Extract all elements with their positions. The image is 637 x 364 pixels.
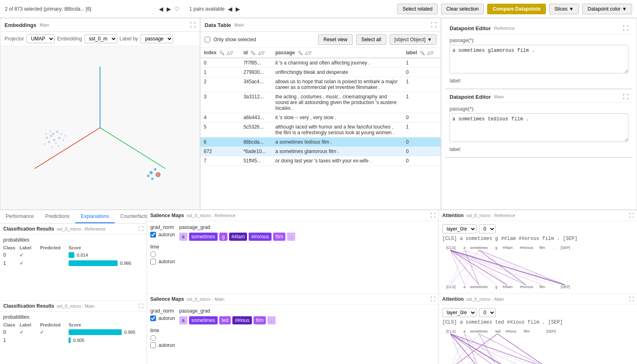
- dp-reference-passage-textarea[interactable]: a sometimes glamorous film .: [450, 45, 628, 73]
- datapoint-color-button[interactable]: Datapoint color ▼: [582, 4, 632, 14]
- svg-text:##lam: ##lam: [503, 246, 513, 250]
- cell-index: 6: [200, 138, 240, 147]
- attention-main-expand[interactable]: ⛶: [629, 296, 634, 302]
- slices-button[interactable]: Slices ▼: [549, 4, 579, 14]
- cell-passage: it 's slow -- very , very slow .: [272, 113, 403, 122]
- sal-main-autorun2-checkbox[interactable]: [150, 342, 156, 348]
- cell-id: a6b443...: [240, 113, 272, 122]
- prob-bar-0-ref: [69, 252, 74, 258]
- classif-main-subtitle: sst_0_micro - Main: [57, 304, 95, 309]
- prob-bar-1-main: [69, 337, 71, 343]
- attention-main-layer-select: layer_0/e 0: [442, 308, 634, 317]
- topbar: 2 of 873 selected (primary: 88bcda... [6…: [0, 0, 637, 18]
- svg-point-21: [147, 175, 149, 177]
- table-row[interactable]: 6 88bcda... a sometimes tedious film . 0: [200, 138, 441, 147]
- nav-forward-icon[interactable]: ▶: [167, 6, 171, 12]
- favorite-icon[interactable]: ♡: [174, 6, 180, 12]
- table-row[interactable]: 0 7f7f85... it 's a charming and often a…: [200, 58, 441, 68]
- only-show-selected-checkbox[interactable]: [205, 37, 210, 42]
- attention-main-subtitle: sst_0_micro - Main: [466, 297, 504, 302]
- dp-editor-main-expand[interactable]: ⛶: [623, 93, 628, 100]
- embeddings-header: Embeddings Main ⛶: [0, 18, 200, 32]
- embedding-select[interactable]: sst_0_m: [85, 34, 117, 43]
- table-row[interactable]: 3 3a3112... the acting , costumes , musi…: [200, 92, 441, 113]
- selection-status: 2 of 873 selected (primary: 88bcda... [6…: [5, 6, 156, 12]
- col-id[interactable]: id 🔍 △▽: [240, 48, 272, 58]
- col-passage[interactable]: passage 🔍 △▽: [272, 48, 403, 58]
- svg-point-17: [65, 135, 66, 137]
- only-show-selected-label[interactable]: Only show selected: [214, 37, 256, 42]
- table-row[interactable]: 872 *6ade10... a sometimes glamorous fil…: [200, 147, 441, 156]
- sal-main-lime-radio[interactable]: [150, 335, 156, 341]
- datatable-panel: Data Table Main ⛶ Only show selected Res…: [200, 18, 441, 210]
- col-class-ref: Class: [3, 245, 20, 250]
- label-by-select[interactable]: passage: [140, 34, 173, 43]
- token-main-5: .: [267, 316, 276, 324]
- pairs-nav-icon[interactable]: ◀: [228, 6, 232, 12]
- tab-predictions[interactable]: Predictions: [40, 210, 75, 223]
- col-index[interactable]: index 🔍 △▽: [200, 48, 240, 58]
- attention-reference-viz: [CLS] a sometimes g ##lam ##orous film .…: [442, 244, 634, 290]
- columns-button[interactable]: [object Object] ▼: [390, 34, 437, 45]
- dp-main-passage-textarea[interactable]: a sometimes tedious film .: [450, 113, 628, 142]
- table-row[interactable]: 1 279930... unflinchingly bleak and desp…: [200, 68, 441, 77]
- classif-reference-prob-title: probabilities: [3, 237, 143, 243]
- salience-reference-header: Salience Maps sst_0_micro - Reference ⛶: [147, 210, 439, 221]
- svg-point-7: [58, 137, 60, 139]
- select-all-button[interactable]: Select all: [356, 34, 387, 45]
- salience-main-expand[interactable]: ⛶: [430, 296, 435, 302]
- tab-performance[interactable]: Performance: [0, 210, 40, 223]
- table-row[interactable]: 4 a6b443... it 's slow -- very , very sl…: [200, 113, 441, 122]
- pairs-expand-icon[interactable]: ▶: [236, 6, 240, 12]
- nav-back-icon[interactable]: ◀: [159, 6, 163, 12]
- classif-reference-expand[interactable]: ⛶: [138, 226, 143, 232]
- sal-main-autorun1-label: autorun: [158, 315, 175, 321]
- sal-main-autorun1-row: autorun: [150, 315, 175, 321]
- tab-explanations[interactable]: Explanations: [75, 210, 115, 223]
- attention-main-layer-dropdown[interactable]: layer_0/e: [442, 308, 477, 317]
- attention-main-section: Attention sst_0_micro - Main ⛶ layer_0/e…: [439, 294, 637, 364]
- svg-line-80: [450, 334, 548, 364]
- salience-reference-expand[interactable]: ⛶: [430, 213, 435, 218]
- classif-reference-row-1: 1 ✓ 0.986: [3, 259, 143, 267]
- cell-passage: allows us to hope that nolan is poised t…: [272, 77, 403, 92]
- attention-reference-layer-dropdown[interactable]: layer_0/e: [442, 224, 477, 233]
- table-row[interactable]: 7 51ff45... or doing last year 's taxes …: [200, 156, 441, 166]
- sal-ref-lime-row: lime autorun: [150, 244, 435, 264]
- svg-text:##orous: ##orous: [520, 285, 533, 289]
- salience-reference-title: Salience Maps: [150, 213, 184, 218]
- col-label[interactable]: label 🔍 △▽: [403, 48, 441, 58]
- datatable-expand-button[interactable]: ⛶: [431, 22, 437, 28]
- attention-main-viz: [CLS] a sometimes ted ##ious film . [SEP…: [442, 328, 634, 364]
- table-row[interactable]: 5 5c5326... although laced with humor an…: [200, 122, 441, 138]
- dp-editor-reference-title: Datapoint Editor: [450, 25, 491, 31]
- reset-view-button[interactable]: Reset view: [318, 34, 353, 45]
- attention-reference-head-dropdown[interactable]: 0: [479, 224, 496, 233]
- sal-ref-lime-radio[interactable]: [150, 251, 156, 257]
- sal-main-autorun1-checkbox[interactable]: [150, 315, 156, 321]
- sal-ref-autorun1-checkbox[interactable]: [150, 232, 156, 237]
- svg-point-11: [49, 130, 51, 132]
- sal-ref-autorun2-checkbox[interactable]: [150, 259, 156, 264]
- cell-index: 7: [200, 156, 240, 166]
- svg-point-6: [48, 141, 50, 143]
- dp-reference-passage-label: passage(*):: [450, 38, 628, 43]
- select-related-button[interactable]: Select related: [397, 4, 438, 14]
- dp-editor-reference-expand[interactable]: ⛶: [623, 25, 628, 31]
- prob-bar-wrap-1-main: 0.005: [69, 337, 143, 343]
- classif-main-prob-table: probabilities Class Label Predicted Scor…: [0, 312, 147, 347]
- projector-select[interactable]: UMAP: [27, 34, 55, 43]
- col-label-main: Label: [20, 322, 40, 327]
- prob-val-1-ref: 0.986: [120, 261, 131, 266]
- table-row[interactable]: 2 345ac4... allows us to hope that nolan…: [200, 77, 441, 92]
- attention-reference-expand[interactable]: ⛶: [629, 213, 634, 218]
- attention-main-head-dropdown[interactable]: 0: [479, 308, 496, 317]
- classif-main-expand[interactable]: ⛶: [138, 303, 143, 309]
- classif-main-title: Classification Results: [3, 303, 54, 309]
- embed-controls: Projector UMAP Embedding sst_0_m Label b…: [0, 32, 200, 46]
- embeddings-expand-button[interactable]: ⛶: [190, 22, 196, 28]
- clear-selection-button[interactable]: Clear selection: [441, 4, 484, 14]
- compare-datapoints-button[interactable]: Compare Datapoints: [487, 4, 546, 14]
- dp-reference-label-row: label:: [445, 76, 633, 85]
- cell-label: 1: [403, 92, 441, 113]
